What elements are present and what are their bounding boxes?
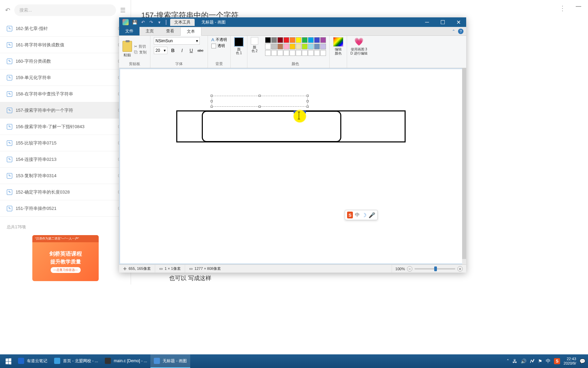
note-item[interactable]: ✎159-单元化字符串09- xyxy=(0,70,131,86)
clock[interactable]: 22:43 2020/9/ xyxy=(564,357,576,366)
moon-icon[interactable]: ☽ xyxy=(362,212,366,218)
volume-icon[interactable]: 🔊 xyxy=(521,358,526,364)
transparent-option[interactable]: 透明 xyxy=(211,43,227,48)
mic-icon[interactable]: 🎤 xyxy=(369,212,375,218)
palette-color[interactable] xyxy=(265,44,271,49)
titlebar[interactable]: 💾 ↶ ↷ ▾ | 文本工具 无标题 - 画图 ─ ☐ ✕ xyxy=(119,17,466,27)
note-item[interactable]: ✎151-字符串操作052109- xyxy=(0,200,131,217)
canvas[interactable] xyxy=(120,69,462,263)
close-button[interactable]: ✕ xyxy=(451,17,466,27)
minimize-button[interactable]: ─ xyxy=(419,17,435,27)
palette-color[interactable] xyxy=(314,37,320,43)
palette-color[interactable] xyxy=(290,50,295,56)
save-icon[interactable]: 💾 xyxy=(132,19,137,25)
note-item[interactable]: ✎158-在字符串中查找子字符串09- xyxy=(0,86,131,102)
tab-text[interactable]: 文本 xyxy=(180,27,201,36)
underline-button[interactable]: U xyxy=(187,47,195,54)
maximize-button[interactable]: ☐ xyxy=(435,17,451,27)
palette-color[interactable] xyxy=(271,44,277,49)
palette-color[interactable] xyxy=(271,37,277,43)
note-item[interactable]: ✎162-第七章-指针09- xyxy=(0,20,131,37)
note-item[interactable]: ✎152-确定字符串的长度032809- xyxy=(0,184,131,200)
palette-color[interactable] xyxy=(320,50,326,56)
minimize-icon[interactable] xyxy=(576,6,581,7)
zoom-out-button[interactable]: − xyxy=(407,266,412,272)
font-family-select[interactable]: NSimSun▾ xyxy=(154,37,200,45)
copy-button[interactable]: ⿻复制 xyxy=(134,50,147,55)
paste-button[interactable]: 粘贴 xyxy=(122,41,132,58)
redo-icon[interactable]: ↷ xyxy=(148,19,154,25)
paint3d-button[interactable]: 💗 使用画图 3 D 进行编辑 xyxy=(350,37,368,56)
color1-button[interactable]: 颜 色 1 xyxy=(234,37,244,55)
zoom-in-button[interactable]: + xyxy=(457,266,463,272)
palette-color[interactable] xyxy=(296,50,301,56)
resize-handle[interactable] xyxy=(307,106,309,108)
strikethrough-button[interactable]: abc xyxy=(197,47,204,54)
palette-color[interactable] xyxy=(277,44,283,49)
sogou-tray-icon[interactable]: S xyxy=(554,358,560,364)
opaque-option[interactable]: A不透明 xyxy=(211,37,227,42)
tab-file[interactable]: 文件 xyxy=(119,27,140,35)
vertical-scrollbar[interactable] xyxy=(462,68,466,264)
palette-color[interactable] xyxy=(308,44,314,49)
palette-color[interactable] xyxy=(320,44,326,49)
palette-color[interactable] xyxy=(302,50,308,56)
battery-icon[interactable]: 🗲 xyxy=(530,358,535,364)
ime-lang[interactable]: 中 xyxy=(355,212,360,218)
canvas-area[interactable]: S 中 ☽ 🎤 xyxy=(119,68,466,264)
palette-color[interactable] xyxy=(265,50,271,56)
resize-handle[interactable] xyxy=(211,100,213,102)
font-size-select[interactable]: 20▾ xyxy=(154,47,167,54)
taskbar-item[interactable]: 首页 - 北盟网校 - ... xyxy=(51,354,101,368)
start-button[interactable] xyxy=(2,355,15,368)
tab-view[interactable]: 查看 xyxy=(160,27,180,35)
palette-color[interactable] xyxy=(302,37,308,43)
qat-dropdown-icon[interactable]: ▾ xyxy=(157,19,162,25)
palette-color[interactable] xyxy=(308,37,314,43)
note-item[interactable]: ✎157-搜索字符串中的一个字符09- xyxy=(0,102,131,119)
notifications-icon[interactable]: 💬 xyxy=(579,358,585,364)
palette-color[interactable] xyxy=(308,50,314,56)
network-icon[interactable]: 🖧 xyxy=(512,358,517,364)
more-icon[interactable]: ⋮ xyxy=(559,4,566,12)
resize-handle[interactable] xyxy=(211,95,213,97)
ad-banner[interactable]: “汉语作为第二语言”—“一人一户” 剑桥英语课程 提升教学质量 —总复习你首选— xyxy=(32,235,99,281)
note-item[interactable]: ✎160-字符分类函数09- xyxy=(0,53,131,70)
palette-color[interactable] xyxy=(320,37,326,43)
taskbar-item[interactable]: 无标题 - 画图 xyxy=(150,354,190,368)
zoom-thumb[interactable] xyxy=(434,266,437,271)
palette-color[interactable] xyxy=(296,44,301,49)
tray-up-icon[interactable]: ˄ xyxy=(507,358,509,364)
zoom-slider[interactable] xyxy=(414,268,455,270)
scroll-thumb[interactable] xyxy=(462,68,466,259)
note-item[interactable]: ✎153-复制字符串031409- xyxy=(0,168,131,184)
note-item[interactable]: ✎154-连接字符串021309- xyxy=(0,151,131,168)
tab-home[interactable]: 主页 xyxy=(140,27,160,35)
palette-color[interactable] xyxy=(283,44,289,49)
search-input[interactable]: 搜索... xyxy=(14,4,116,16)
palette-color[interactable] xyxy=(290,44,295,49)
sogou-icon[interactable]: S xyxy=(347,212,353,218)
edit-colors-button[interactable]: 编辑 颜色 xyxy=(333,37,343,56)
text-selection-box[interactable] xyxy=(212,96,308,107)
resize-handle[interactable] xyxy=(307,100,309,102)
italic-button[interactable]: I xyxy=(178,47,186,54)
resize-handle[interactable] xyxy=(259,106,261,108)
palette-color[interactable] xyxy=(314,50,320,56)
palette-color[interactable] xyxy=(277,50,283,56)
taskbar-item[interactable]: main.c [Demo] - ... xyxy=(101,354,150,368)
ime-lang-tray[interactable]: 中 xyxy=(546,358,551,364)
cut-button[interactable]: ✂剪切 xyxy=(134,44,147,49)
ime-toolbar[interactable]: S 中 ☽ 🎤 xyxy=(345,210,378,220)
palette-color[interactable] xyxy=(290,37,295,43)
resize-handle[interactable] xyxy=(211,106,213,108)
color2-button[interactable]: 颜 色 2 xyxy=(251,37,258,53)
palette-color[interactable] xyxy=(283,37,289,43)
palette-color[interactable] xyxy=(277,37,283,43)
undo-icon[interactable]: ↶ xyxy=(140,19,146,25)
palette-color[interactable] xyxy=(283,50,289,56)
note-item[interactable]: ✎156-搜索字符串-了解一下指针084309- xyxy=(0,119,131,135)
menu-icon[interactable]: ☰ xyxy=(120,6,126,14)
shield-icon[interactable]: ⚑ xyxy=(538,358,542,364)
help-icon[interactable]: ? xyxy=(458,29,463,34)
